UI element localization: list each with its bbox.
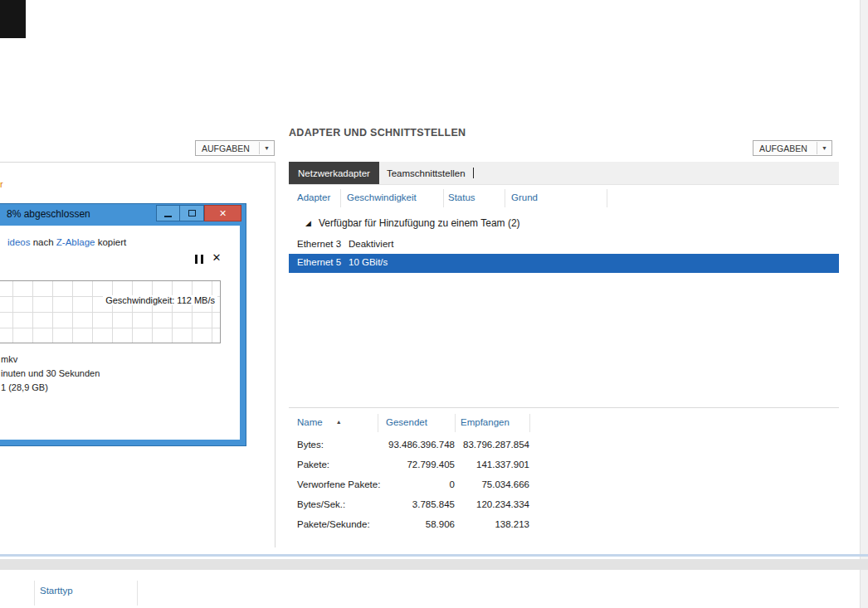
column-divider (505, 189, 505, 207)
stat-sent: 0 (380, 479, 455, 489)
close-button[interactable]: ✕ (204, 205, 241, 221)
cancel-icon: ✕ (212, 251, 222, 264)
teams-tasks-button-label: AUFGABEN (202, 143, 250, 153)
stat-name: Verworfene Pakete: (297, 479, 380, 489)
adapters-tabstrip: Netzwerkadapter Teamschnittstellen (289, 162, 839, 185)
stat-sent: 58.906 (380, 519, 455, 529)
teams-tasks-button[interactable]: AUFGABEN ▼ (195, 140, 275, 156)
sort-ascending-icon: ▲ (336, 419, 342, 425)
column-divider (340, 189, 341, 207)
stat-received: 75.034.666 (456, 479, 529, 489)
group-label: Verfügbar für Hinzufügung zu einem Team … (319, 217, 520, 229)
stat-received: 83.796.287.854 (456, 440, 529, 450)
stats-header-name-label: Name (297, 417, 323, 427)
pause-icon (195, 255, 197, 264)
tab-netzwerkadapter-label: Netzwerkadapter (298, 168, 370, 178)
stats-column-header-gesendet[interactable]: Gesendet (386, 417, 427, 427)
dialog-body: ideos nach Z-Ablage kopiert ✕ Geschwindi… (0, 226, 240, 440)
column-divider (34, 581, 35, 606)
column-header-geschwindigkeit[interactable]: Geschwindigkeit (347, 192, 417, 202)
adapter-row-ethernet5-selected[interactable]: Ethernet 5 10 GBit/s (289, 254, 839, 273)
items-remaining-fragment: 1 (28,9 GB) (1, 382, 48, 392)
time-remaining-fragment: inuten und 30 Sekunden (1, 368, 100, 378)
destination-folder-link[interactable]: Z-Ablage (56, 237, 95, 247)
column-divider (443, 189, 444, 207)
stats-row-verworfene-pakete: Verworfene Pakete: 0 75.034.666 (289, 479, 839, 494)
adapter-name: Ethernet 5 (297, 257, 341, 267)
stat-received: 141.337.901 (456, 460, 529, 469)
file-name-fragment: mkv (1, 354, 17, 364)
tab-teamschnittstellen[interactable]: Teamschnittstellen (379, 162, 473, 184)
speed-graph: Geschwindigkeit: 112 MB/s (0, 280, 221, 343)
vertical-scrollbar[interactable] (860, 0, 868, 608)
close-icon: ✕ (219, 208, 227, 219)
stats-row-pakete: Pakete: 72.799.405 141.337.901 (289, 460, 839, 474)
stats-row-bytes-sek: Bytes/Sek.: 3.785.845 120.234.334 (289, 499, 839, 514)
maximize-icon (188, 210, 196, 216)
status-text-suffix: kopiert (95, 237, 127, 247)
column-divider (607, 189, 607, 207)
window-controls: ✕ (156, 205, 241, 221)
stat-name: Bytes: (297, 440, 324, 450)
group-expanded-icon[interactable]: ◢ (305, 219, 311, 227)
stat-name: Pakete: (297, 460, 329, 469)
copy-status-text: ideos nach Z-Ablage kopiert (7, 237, 126, 247)
section-divider-gray (0, 559, 868, 570)
column-divider (455, 414, 456, 432)
column-header-starttyp[interactable]: Starttyp (40, 586, 73, 596)
adapter-speed: Deaktiviert (349, 239, 393, 249)
chevron-down-icon: ▼ (817, 142, 827, 154)
stat-name: Pakete/Sekunde: (297, 519, 370, 529)
adapters-tasks-button[interactable]: AUFGABEN ▼ (753, 140, 832, 156)
column-header-status[interactable]: Status (448, 192, 475, 202)
teams-panel-text-fragment: r (0, 179, 3, 189)
speed-label: Geschwindigkeit: 112 MB/s (103, 295, 217, 305)
stat-received: 138.213 (456, 519, 529, 529)
column-divider (378, 414, 378, 432)
cancel-copy-button[interactable]: ✕ (210, 251, 223, 264)
adapters-panel-title: ADAPTER UND SCHNITTSTELLEN (289, 127, 466, 139)
pause-icon (201, 255, 203, 264)
section-divider-blue (0, 554, 868, 557)
pause-button[interactable] (192, 253, 207, 265)
stats-column-header-empfangen[interactable]: Empfangen (461, 417, 510, 427)
status-text-middle: nach (31, 237, 56, 247)
chevron-down-icon: ▼ (259, 142, 270, 154)
background-window-fragment (0, 0, 26, 38)
adapters-tasks-button-label: AUFGABEN (759, 143, 807, 153)
minimize-button[interactable] (156, 205, 180, 221)
text-caret (473, 168, 474, 178)
server-manager-screen: AUFGABEN ▼ r 8% abgeschlossen ✕ ideos na… (0, 0, 868, 608)
source-folder-link[interactable]: ideos (7, 237, 31, 247)
adapter-group-row[interactable]: ◢ Verfügbar für Hinzufügung zu einem Tea… (289, 216, 839, 234)
stat-sent: 93.486.396.748 (380, 440, 455, 450)
statistics-divider (289, 407, 839, 408)
tab-teamschnittstellen-label: Teamschnittstellen (387, 168, 466, 178)
adapter-name: Ethernet 3 (297, 239, 341, 249)
dialog-titlebar[interactable]: 8% abgeschlossen ✕ (0, 204, 246, 226)
column-header-grund[interactable]: Grund (511, 192, 538, 202)
stats-column-header-name[interactable]: Name▲ (297, 417, 342, 427)
column-divider (137, 581, 138, 606)
stat-received: 120.234.334 (456, 499, 529, 509)
column-header-adapter[interactable]: Adapter (297, 192, 330, 202)
stat-name: Bytes/Sek.: (297, 499, 345, 509)
stats-row-pakete-sekunde: Pakete/Sekunde: 58.906 138.213 (289, 519, 839, 534)
adapter-speed: 10 GBit/s (349, 257, 388, 267)
stat-sent: 72.799.405 (380, 460, 455, 469)
column-divider (529, 414, 530, 432)
copy-progress-dialog: 8% abgeschlossen ✕ ideos nach Z-Ablage k… (0, 203, 246, 446)
dialog-title: 8% abgeschlossen (7, 208, 90, 220)
stats-row-bytes: Bytes: 93.486.396.748 83.796.287.854 (289, 440, 839, 455)
stat-sent: 3.785.845 (380, 499, 455, 509)
maximize-button[interactable] (180, 205, 204, 221)
adapter-row-ethernet3[interactable]: Ethernet 3 Deaktiviert (289, 236, 839, 255)
minimize-icon (164, 216, 172, 217)
tab-netzwerkadapter[interactable]: Netzwerkadapter (289, 162, 379, 184)
